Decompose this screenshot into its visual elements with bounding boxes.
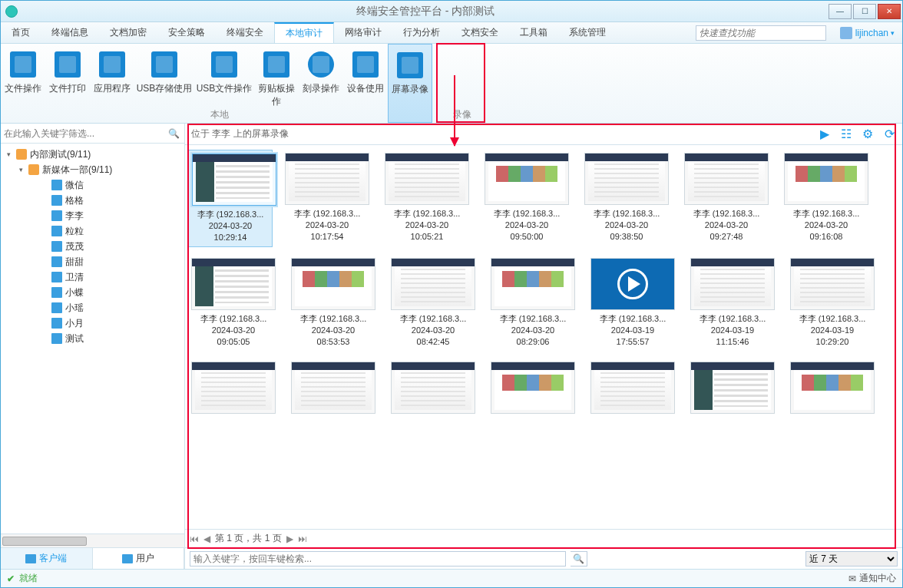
recording-item[interactable]: 李李 (192.168.3...2024-03-2008:53:53 — [291, 258, 375, 348]
breadcrumb: 位于 李李 上的屏幕录像 — [191, 127, 289, 140]
tree-node-label: 茂茂 — [65, 240, 84, 253]
status-text: 就绪 — [19, 572, 38, 585]
computer-icon — [51, 318, 62, 329]
sidebar-tab-1[interactable]: 用户 — [93, 548, 185, 569]
status-bar: ✔ 就绪 ✉ 通知中心 — [1, 569, 902, 587]
envelope-icon: ✉ — [848, 573, 856, 584]
expander-icon[interactable]: ▾ — [19, 166, 28, 173]
menu-tab-1[interactable]: 终端信息 — [41, 22, 99, 43]
menu-tab-8[interactable]: 文档安全 — [451, 22, 509, 43]
tree-node-9[interactable]: 小蝶 — [1, 285, 184, 300]
tree-node-4[interactable]: 李李 — [1, 208, 184, 223]
recording-thumbnail — [784, 153, 868, 205]
recording-item[interactable]: 李李 (192.168.3...2024-03-2009:27:48 — [684, 153, 769, 244]
close-button[interactable]: ✕ — [878, 4, 901, 19]
sidebar-horizontal-scrollbar[interactable] — [1, 533, 184, 547]
page-prev-icon[interactable]: ◀ — [203, 533, 210, 544]
expander-icon[interactable]: ▾ — [7, 150, 16, 158]
device-icon — [352, 51, 379, 78]
tree-node-5[interactable]: 粒粒 — [1, 223, 184, 239]
menu-tab-6[interactable]: 网络审计 — [334, 22, 392, 43]
play-icon[interactable]: ▶ — [818, 127, 832, 141]
tree-node-label: 甜甜 — [65, 256, 84, 269]
pager: ⏮ ◀ 第 1 页，共 1 页 ▶ ⏭ — [185, 529, 902, 547]
window-title: 终端安全管控平台 - 内部测试 — [22, 5, 829, 18]
user-menu[interactable]: lijinchan ▾ — [832, 22, 902, 43]
sidebar-tabs: 客户端用户 — [1, 547, 184, 569]
page-first-icon[interactable]: ⏮ — [190, 533, 199, 544]
computer-icon — [51, 241, 62, 252]
sidebar-filter-input[interactable] — [4, 128, 166, 139]
recording-item[interactable] — [690, 362, 775, 417]
menu-tab-7[interactable]: 行为分析 — [392, 22, 451, 43]
tree-node-11[interactable]: 小月 — [1, 315, 184, 331]
page-next-icon[interactable]: ▶ — [286, 533, 293, 544]
keyword-search-icon[interactable]: 🔍 — [571, 551, 587, 567]
quick-search — [696, 22, 826, 43]
recording-item[interactable] — [491, 362, 575, 417]
gear-icon[interactable]: ⚙ — [861, 127, 875, 141]
scrollbar-thumb[interactable] — [2, 537, 87, 546]
folder-icon — [10, 51, 36, 78]
tree-node-1[interactable]: ▾新媒体一部(9/11) — [1, 162, 184, 177]
search-icon[interactable]: 🔍 — [166, 128, 181, 139]
tree-node-2[interactable]: 微信 — [1, 177, 184, 193]
menu-tab-4[interactable]: 终端安全 — [216, 22, 274, 43]
recording-item[interactable]: 李李 (192.168.3...2024-03-2009:50:00 — [485, 153, 569, 244]
list-view-icon[interactable]: ☷ — [839, 127, 853, 141]
recording-thumbnail — [684, 153, 769, 205]
recording-item[interactable] — [590, 362, 675, 417]
computer-icon — [51, 180, 62, 190]
recording-item[interactable]: 李李 (192.168.3...2024-03-1917:55:57 — [590, 258, 675, 348]
recording-thumbnail — [690, 258, 775, 310]
tree-node-8[interactable]: 卫清 — [1, 269, 184, 285]
sidebar: 🔍 ▾内部测试(9/11)▾新媒体一部(9/11)微信格格李李粒粒茂茂甜甜卫清小… — [1, 124, 185, 569]
recording-thumbnail — [790, 258, 875, 310]
page-info: 第 1 页，共 1 页 — [215, 532, 282, 545]
ribbon-group-label-local: 本地 — [1, 108, 438, 121]
tree-node-0[interactable]: ▾内部测试(9/11) — [1, 147, 184, 162]
usb-icon — [211, 51, 237, 78]
page-last-icon[interactable]: ⏭ — [298, 533, 307, 544]
recording-item[interactable]: 李李 (192.168.3...2024-03-2008:42:45 — [391, 258, 475, 348]
tree-node-10[interactable]: 小瑶 — [1, 300, 184, 315]
recording-item[interactable] — [291, 362, 375, 417]
recording-caption: 李李 (192.168.3...2024-03-1917:55:57 — [590, 313, 675, 348]
tree-node-7[interactable]: 甜甜 — [1, 254, 184, 269]
minimize-button[interactable]: — — [829, 4, 852, 19]
recording-item[interactable]: 李李 (192.168.3...2024-03-2010:05:21 — [385, 153, 469, 244]
menu-tab-2[interactable]: 文档加密 — [99, 22, 157, 43]
recording-caption: 李李 (192.168.3...2024-03-2009:27:48 — [684, 208, 769, 243]
time-range-select[interactable]: 近 7 天 — [805, 551, 898, 567]
recording-item[interactable] — [391, 362, 475, 417]
recording-item[interactable]: 李李 (192.168.3...2024-03-2010:17:54 — [285, 153, 369, 244]
recording-item[interactable] — [191, 362, 276, 417]
recording-item[interactable]: 李李 (192.168.3...2024-03-1910:29:20 — [790, 258, 875, 348]
recording-thumbnail — [491, 362, 575, 414]
recording-item[interactable]: 李李 (192.168.3...2024-03-2009:05:05 — [191, 258, 276, 348]
tree-node-label: 小蝶 — [65, 286, 84, 299]
notification-center[interactable]: ✉ 通知中心 — [848, 572, 896, 585]
menu-tab-0[interactable]: 首页 — [1, 22, 41, 43]
quick-search-input[interactable] — [696, 25, 826, 41]
recording-thumbnail — [584, 153, 669, 205]
recording-item[interactable] — [790, 362, 875, 417]
tree-node-3[interactable]: 格格 — [1, 193, 184, 208]
tree-node-label: 微信 — [65, 179, 84, 192]
recording-item[interactable]: 李李 (192.168.3...2024-03-2009:38:50 — [584, 153, 669, 244]
recording-item[interactable]: 李李 (192.168.3...2024-03-1911:15:46 — [690, 258, 775, 348]
keyword-search-input[interactable] — [190, 551, 566, 567]
menu-tab-9[interactable]: 工具箱 — [509, 22, 558, 43]
tree-node-label: 李李 — [65, 210, 84, 223]
maximize-button[interactable]: ☐ — [853, 4, 876, 19]
tree-node-12[interactable]: 测试 — [1, 331, 184, 346]
menu-tab-10[interactable]: 系统管理 — [558, 22, 617, 43]
refresh-icon[interactable]: ⟳ — [882, 127, 896, 141]
tree-node-6[interactable]: 茂茂 — [1, 239, 184, 254]
sidebar-tab-0[interactable]: 客户端 — [1, 548, 93, 569]
recording-item[interactable]: 李李 (192.168.3...2024-03-2010:29:14 — [188, 150, 273, 247]
menu-tab-5[interactable]: 本地审计 — [274, 22, 334, 43]
recording-item[interactable]: 李李 (192.168.3...2024-03-2008:29:06 — [491, 258, 575, 348]
menu-tab-3[interactable]: 安全策略 — [157, 22, 216, 43]
recording-item[interactable]: 李李 (192.168.3...2024-03-2009:16:08 — [784, 153, 868, 244]
